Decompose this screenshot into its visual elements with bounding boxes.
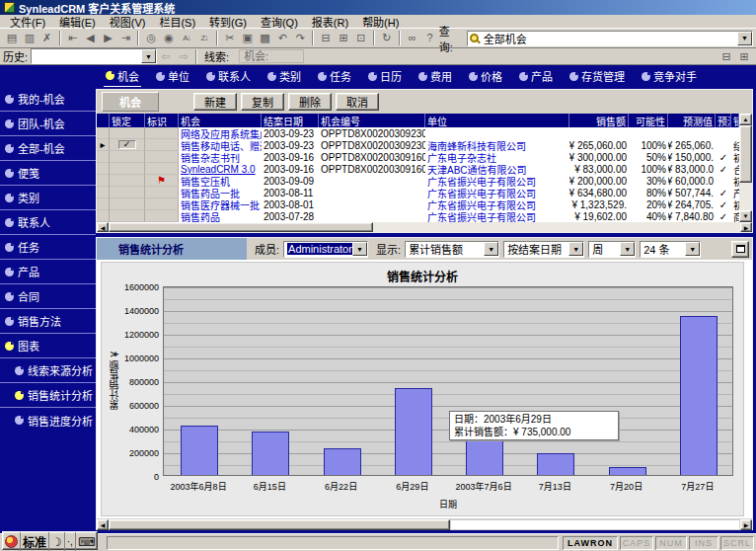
menu-item-1[interactable]: 编辑(E) xyxy=(52,14,103,30)
prev-record-icon[interactable]: ◀ xyxy=(82,31,100,46)
company-link[interactable]: 广东省振兴电子有限公司 xyxy=(427,175,536,187)
chart-bar[interactable] xyxy=(395,388,432,475)
company-link[interactable]: 广东电子杂志社 xyxy=(427,151,496,163)
grid-vscroll-thumb[interactable] xyxy=(739,125,752,183)
sort-asc-icon[interactable]: A↓ xyxy=(178,31,195,46)
opportunity-link[interactable]: 销售医疗器械一批 xyxy=(181,198,260,210)
menu-item-2[interactable]: 视图(V) xyxy=(103,14,153,30)
history-forward-icon[interactable]: ⇨ xyxy=(175,49,192,64)
ime-keyboard-icon[interactable]: ⌨ xyxy=(75,532,97,551)
sidebar-item-销售进度分析[interactable]: 销售进度分析 xyxy=(0,408,96,433)
scroll-right-icon[interactable]: ▶ xyxy=(740,222,752,232)
query-dropdown-button[interactable]: ▼ xyxy=(737,32,752,45)
opportunity-link[interactable]: 销售药品 xyxy=(181,210,220,222)
ime-toolbar[interactable]: 标准 ☽ ·, ⌨ xyxy=(2,531,98,550)
column-header-机会编号[interactable]: 机会编号 xyxy=(319,114,425,127)
company-link[interactable]: 广东省振兴电子有限公司 xyxy=(427,198,536,210)
column-header-indicator[interactable] xyxy=(97,114,110,127)
period-combobox[interactable]: 周 ▼ xyxy=(588,241,636,258)
chart-bar[interactable] xyxy=(252,432,289,475)
tab-任务[interactable]: 任务 xyxy=(316,66,353,86)
count-combobox[interactable]: 24 条 ▼ xyxy=(640,241,701,258)
sidebar-item-便笺[interactable]: 便笺 xyxy=(0,161,96,186)
opportunity-link[interactable]: 销售杂志书刊 xyxy=(181,151,240,163)
sidebar-item-团队-机会[interactable]: 团队-机会 xyxy=(0,112,96,136)
tab-机会[interactable]: 机会 xyxy=(104,66,141,87)
sidebar-item-图表[interactable]: 图表 xyxy=(0,334,96,358)
column-header-销售额[interactable]: 销售额 xyxy=(569,114,629,127)
groupby-dropdown-button[interactable]: ▼ xyxy=(568,242,583,256)
column-header-标识[interactable]: 标识 xyxy=(145,114,179,127)
copy-button[interactable]: 复制 xyxy=(241,93,284,111)
groupby-combobox[interactable]: 按结案日期 ▼ xyxy=(503,241,584,258)
delete-button[interactable]: 删除 xyxy=(288,93,332,111)
chart-hscroll-thumb[interactable] xyxy=(109,519,450,530)
chart-bar[interactable] xyxy=(324,448,361,475)
history-back-icon[interactable]: ⇦ xyxy=(157,49,175,64)
redo-icon[interactable]: ↷ xyxy=(291,31,309,46)
grid-hscroll-thumb[interactable] xyxy=(109,222,373,232)
copy-icon[interactable]: ▣ xyxy=(239,31,257,46)
sidebar-item-线索来源分析[interactable]: 线索来源分析 xyxy=(0,358,96,383)
chart-horizontal-scrollbar[interactable]: ◀ ▶ xyxy=(97,518,752,529)
menu-item-6[interactable]: 报表(R) xyxy=(305,14,355,30)
menu-item-4[interactable]: 转到(G) xyxy=(202,14,254,30)
column-header-可能性[interactable]: 可能性 xyxy=(629,114,668,127)
first-record-icon[interactable]: ⇤ xyxy=(64,31,82,46)
metric-dropdown-button[interactable]: ▼ xyxy=(484,242,498,256)
tab-类别[interactable]: 类别 xyxy=(265,66,303,86)
sidebar-item-任务[interactable]: 任务 xyxy=(0,235,96,260)
grid-vertical-scrollbar[interactable]: ▲ ▼ xyxy=(739,114,752,222)
table-row[interactable]: 销售杂志书刊2003-09-16OPPTD8X0020030916001广东电子… xyxy=(97,151,739,163)
sidebar-item-合同[interactable]: 合同 xyxy=(0,284,96,309)
opportunity-link[interactable]: 销售空压机 xyxy=(181,175,230,187)
new-button[interactable]: 新建 xyxy=(193,93,237,111)
menu-item-3[interactable]: 栏目(S) xyxy=(152,14,202,30)
table-row[interactable]: ▸✓销售移动电话、赠送2003-09-23OPPTD8X002003092300… xyxy=(97,139,739,151)
paste-icon[interactable]: ▩ xyxy=(257,31,274,46)
zoom-icon[interactable]: ◎ xyxy=(142,31,160,46)
table-row[interactable]: SynleadCRM 3.02003-09-16OPPTD8X002003091… xyxy=(97,163,739,175)
opportunity-link[interactable]: 销售药品一批 xyxy=(181,187,240,198)
menu-item-7[interactable]: 帮助(H) xyxy=(355,14,406,30)
opportunity-link[interactable]: 网络及应用系统集成 xyxy=(181,127,262,139)
chart-bar[interactable] xyxy=(609,467,646,475)
tab-产品[interactable]: 产品 xyxy=(517,66,555,86)
scroll-down-icon[interactable]: ▼ xyxy=(739,210,752,222)
company-link[interactable]: 海南蜂新科技有限公司 xyxy=(427,139,526,151)
opportunity-link[interactable]: SynleadCRM 3.0 xyxy=(181,164,256,175)
sidebar-item-销售统计分析[interactable]: 销售统计分析 xyxy=(0,383,96,408)
sort-desc-icon[interactable]: Z↓ xyxy=(195,31,213,46)
sidebar-item-联系人[interactable]: 联系人 xyxy=(0,210,96,235)
cut-icon[interactable]: ✂ xyxy=(221,31,239,46)
table-row[interactable]: 网络及应用系统集成2003-09-23OPPTD8X0020030923001 xyxy=(97,127,739,139)
column-header-预测[interactable]: 预测 xyxy=(716,114,731,127)
ime-logo-icon[interactable] xyxy=(3,532,20,551)
tab-价格[interactable]: 价格 xyxy=(467,66,504,86)
period-dropdown-button[interactable]: ▼ xyxy=(620,242,635,256)
tab-联系人[interactable]: 联系人 xyxy=(204,66,253,86)
grid-horizontal-scrollbar[interactable]: ◀ ▶ xyxy=(97,222,752,232)
ime-fullhalf-icon[interactable]: ☽ xyxy=(48,532,64,551)
history-dropdown-button[interactable]: ▼ xyxy=(141,49,156,63)
sidebar-item-类别[interactable]: 类别 xyxy=(0,186,96,210)
next-record-icon[interactable]: ▶ xyxy=(99,31,116,46)
column-header-预测值[interactable]: 预测值 xyxy=(668,114,716,127)
sidebar-item-销售方法[interactable]: 销售方法 xyxy=(0,309,96,334)
table-row[interactable]: 销售医疗器械一批2003-08-01广东省振兴电子有限公司¥ 1,323,529… xyxy=(97,198,739,210)
tab-存货管理[interactable]: 存货管理 xyxy=(567,66,627,86)
count-dropdown-button[interactable]: ▼ xyxy=(685,242,700,256)
find-record-icon[interactable]: ◉ xyxy=(160,31,178,46)
export-icon[interactable]: ⊞ xyxy=(335,31,352,46)
tab-竞争对手[interactable]: 竞争对手 xyxy=(640,66,699,86)
table-row[interactable]: ⚑销售空压机2003-09-09广东省振兴电子有限公司¥ 200,000.003… xyxy=(97,175,739,187)
delete-record-icon[interactable]: ✗ xyxy=(38,31,56,46)
menu-item-0[interactable]: 文件(F) xyxy=(3,14,52,30)
ime-punct-icon[interactable]: ·, xyxy=(64,532,75,551)
history-combobox[interactable]: ▼ xyxy=(31,48,157,64)
new-record-icon[interactable]: ▤ xyxy=(3,31,21,46)
cancel-button[interactable]: 取消 xyxy=(336,93,379,111)
column-header-锁定[interactable]: 锁定 xyxy=(110,114,145,127)
ime-mode-label[interactable]: 标准 xyxy=(20,532,48,551)
chart-bar[interactable] xyxy=(181,426,218,475)
